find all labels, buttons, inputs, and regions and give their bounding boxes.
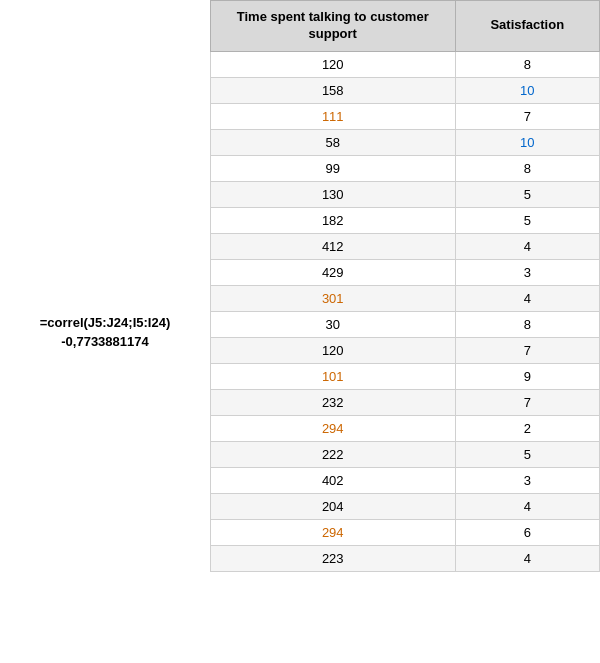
cell-time: 111 (211, 103, 456, 129)
cell-satisfaction: 10 (455, 129, 600, 155)
cell-satisfaction: 10 (455, 77, 600, 103)
cell-satisfaction: 8 (455, 51, 600, 77)
table-row: 998 (211, 155, 600, 181)
cell-time: 30 (211, 311, 456, 337)
table-row: 4023 (211, 467, 600, 493)
cell-time: 99 (211, 155, 456, 181)
table-row: 2942 (211, 415, 600, 441)
cell-satisfaction: 4 (455, 545, 600, 571)
cell-satisfaction: 5 (455, 441, 600, 467)
table-container: Time spent talking to customer support S… (210, 0, 600, 663)
header-time: Time spent talking to customer support (211, 1, 456, 52)
table-row: 4293 (211, 259, 600, 285)
table-row: 1305 (211, 181, 600, 207)
cell-time: 429 (211, 259, 456, 285)
cell-time: 223 (211, 545, 456, 571)
table-row: 1207 (211, 337, 600, 363)
cell-satisfaction: 6 (455, 519, 600, 545)
cell-time: 232 (211, 389, 456, 415)
cell-satisfaction: 3 (455, 259, 600, 285)
cell-time: 182 (211, 207, 456, 233)
table-row: 2946 (211, 519, 600, 545)
table-row: 5810 (211, 129, 600, 155)
cell-time: 120 (211, 337, 456, 363)
table-row: 1208 (211, 51, 600, 77)
table-row: 1825 (211, 207, 600, 233)
cell-satisfaction: 3 (455, 467, 600, 493)
cell-satisfaction: 8 (455, 155, 600, 181)
cell-time: 294 (211, 519, 456, 545)
cell-satisfaction: 4 (455, 233, 600, 259)
left-panel: =correl(J5:J24;I5:I24) -0,7733881174 (0, 0, 210, 663)
cell-time: 101 (211, 363, 456, 389)
cell-time: 294 (211, 415, 456, 441)
page-container: =correl(J5:J24;I5:I24) -0,7733881174 Tim… (0, 0, 600, 663)
table-row: 2044 (211, 493, 600, 519)
cell-satisfaction: 7 (455, 389, 600, 415)
table-row: 4124 (211, 233, 600, 259)
cell-satisfaction: 7 (455, 337, 600, 363)
cell-satisfaction: 7 (455, 103, 600, 129)
cell-time: 222 (211, 441, 456, 467)
table-row: 308 (211, 311, 600, 337)
cell-time: 204 (211, 493, 456, 519)
table-row: 1117 (211, 103, 600, 129)
table-row: 15810 (211, 77, 600, 103)
cell-time: 120 (211, 51, 456, 77)
cell-time: 412 (211, 233, 456, 259)
cell-satisfaction: 5 (455, 207, 600, 233)
table-row: 2234 (211, 545, 600, 571)
cell-satisfaction: 4 (455, 493, 600, 519)
cell-satisfaction: 9 (455, 363, 600, 389)
table-row: 1019 (211, 363, 600, 389)
cell-satisfaction: 8 (455, 311, 600, 337)
cell-satisfaction: 5 (455, 181, 600, 207)
cell-time: 301 (211, 285, 456, 311)
formula-text: =correl(J5:J24;I5:I24) (40, 315, 170, 330)
cell-time: 58 (211, 129, 456, 155)
cell-satisfaction: 4 (455, 285, 600, 311)
table-row: 2225 (211, 441, 600, 467)
data-table: Time spent talking to customer support S… (210, 0, 600, 572)
result-text: -0,7733881174 (61, 334, 148, 349)
table-row: 2327 (211, 389, 600, 415)
table-row: 3014 (211, 285, 600, 311)
cell-satisfaction: 2 (455, 415, 600, 441)
cell-time: 130 (211, 181, 456, 207)
header-satisfaction: Satisfaction (455, 1, 600, 52)
cell-time: 158 (211, 77, 456, 103)
cell-time: 402 (211, 467, 456, 493)
